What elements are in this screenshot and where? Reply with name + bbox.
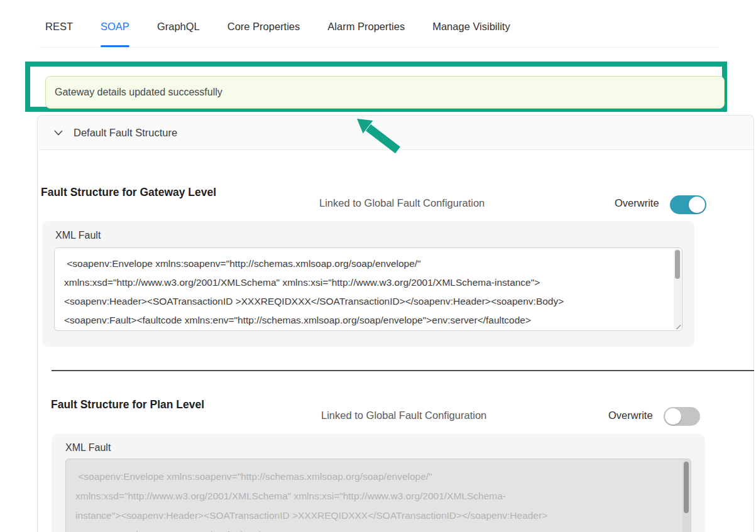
toggle-knob (689, 197, 705, 213)
gateway-level-section-title: Fault Structure for Gateway Level (41, 186, 216, 199)
tab-alarm-properties[interactable]: Alarm Properties (327, 0, 405, 47)
plan-xml-fault-input: <soapenv:Envelope xmlns:soapenv="http://… (65, 459, 691, 532)
success-alert: Gateway details updated successfully (45, 76, 725, 109)
tab-soap[interactable]: SOAP (101, 0, 129, 47)
plan-level-section-title: Fault Structure for Plan Level (51, 398, 204, 411)
annotation-arrow-icon (354, 116, 404, 153)
toggle-knob (665, 408, 681, 425)
plan-textarea-scrollbar[interactable] (682, 460, 690, 532)
section-divider (52, 370, 754, 371)
gateway-textarea-scrollbar[interactable] (674, 249, 681, 330)
success-alert-message: Gateway details updated successfully (55, 87, 222, 98)
scrollbar-thumb[interactable] (684, 462, 689, 513)
tab-bar: REST SOAP GraphQL Core Properties Alarm … (40, 0, 718, 48)
plan-xml-fault-label: XML Fault (65, 442, 111, 453)
gateway-xml-fault-input[interactable]: <soapenv:Envelope xmlns:soapenv="http://… (54, 247, 682, 331)
gateway-overwrite-label: Overwrite (615, 197, 659, 209)
plan-linked-config-label: Linked to Global Fault Configuration (321, 410, 486, 421)
gateway-xml-fault-label: XML Fault (55, 230, 101, 241)
gateway-linked-config-label: Linked to Global Fault Configuration (319, 197, 485, 209)
scrollbar-thumb[interactable] (675, 250, 680, 279)
plan-overwrite-label: Overwrite (608, 410, 653, 421)
gateway-config-page: REST SOAP GraphQL Core Properties Alarm … (0, 0, 756, 532)
accordion-title: Default Fault Structure (74, 127, 177, 139)
tab-manage-visibility[interactable]: Manage Visibility (432, 0, 510, 47)
tab-graphql[interactable]: GraphQL (157, 0, 200, 47)
plan-overwrite-toggle[interactable] (664, 407, 700, 426)
chevron-down-icon (54, 130, 63, 136)
gateway-overwrite-toggle[interactable] (670, 195, 706, 214)
annotation-highlight-box: Gateway details updated successfully (25, 62, 727, 112)
tab-rest[interactable]: REST (45, 0, 73, 47)
tab-core-properties[interactable]: Core Properties (227, 0, 300, 47)
